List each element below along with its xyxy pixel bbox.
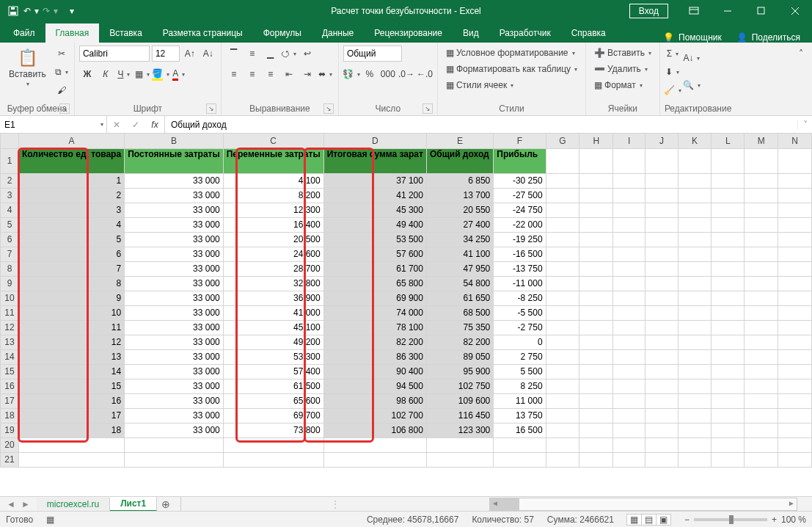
cell[interactable]: 37 100: [323, 173, 426, 188]
tab-Разработчик[interactable]: Разработчик: [489, 23, 561, 43]
ribbon-options-icon[interactable]: [677, 0, 711, 22]
cell[interactable]: [678, 335, 711, 349]
cell[interactable]: [745, 320, 778, 335]
cell[interactable]: [579, 393, 613, 408]
tab-Вид[interactable]: Вид: [453, 23, 489, 43]
cell[interactable]: [645, 217, 679, 232]
cell[interactable]: 75 350: [426, 320, 493, 335]
col-header[interactable]: M: [745, 134, 778, 148]
sort-filter-button[interactable]: A↓▾: [684, 46, 700, 70]
cell[interactable]: 89 050: [426, 349, 493, 364]
cell[interactable]: [579, 291, 613, 305]
cell[interactable]: [745, 393, 778, 408]
cell[interactable]: 82 200: [426, 335, 493, 349]
cell[interactable]: 34 250: [426, 232, 493, 247]
align-bottom-button[interactable]: ▁: [263, 46, 279, 62]
cell[interactable]: [778, 335, 812, 349]
cell[interactable]: 57 400: [223, 364, 323, 379]
wrap-text-button[interactable]: ↩: [299, 46, 315, 62]
cell[interactable]: [579, 335, 613, 349]
cell[interactable]: [678, 247, 711, 261]
comma-button[interactable]: 000: [380, 66, 396, 82]
cell[interactable]: [678, 173, 711, 188]
cell[interactable]: [678, 203, 711, 217]
cell[interactable]: 33 000: [125, 203, 224, 217]
qat-customize-icon[interactable]: ▾: [63, 2, 81, 20]
col-header[interactable]: A: [18, 134, 124, 148]
cell[interactable]: 33 000: [125, 320, 224, 335]
cell[interactable]: 45 300: [323, 203, 426, 217]
cell[interactable]: [613, 173, 645, 188]
dialog-launcher-icon[interactable]: ↘: [59, 103, 70, 114]
cell[interactable]: 61 700: [323, 261, 426, 276]
cell[interactable]: [546, 261, 579, 276]
cell[interactable]: -2 750: [494, 320, 546, 335]
cell[interactable]: [494, 437, 546, 452]
accounting-format-button[interactable]: 💱▾: [343, 66, 359, 82]
format-cells-button[interactable]: ▦Формат▾: [590, 78, 646, 92]
cell[interactable]: [613, 379, 645, 393]
cell[interactable]: 33 000: [125, 379, 224, 393]
cell[interactable]: [645, 408, 679, 423]
enter-formula-icon[interactable]: ✓: [126, 120, 145, 130]
cell[interactable]: [712, 408, 745, 423]
cell[interactable]: [645, 261, 679, 276]
cell[interactable]: [613, 437, 645, 452]
cell[interactable]: 16 400: [223, 217, 323, 232]
cell[interactable]: [579, 364, 613, 379]
cell[interactable]: 32 800: [223, 276, 323, 291]
cell[interactable]: 33 000: [125, 217, 224, 232]
cell[interactable]: 15: [18, 379, 124, 393]
increase-font-button[interactable]: A↑: [182, 46, 198, 62]
cell[interactable]: 47 950: [426, 261, 493, 276]
cell[interactable]: [613, 148, 645, 173]
cell[interactable]: [546, 437, 579, 452]
cell[interactable]: 24 600: [223, 247, 323, 261]
cell[interactable]: [712, 379, 745, 393]
cell[interactable]: [579, 437, 613, 452]
cell[interactable]: [645, 320, 679, 335]
cell[interactable]: [712, 188, 745, 203]
share-button[interactable]: 👤Поделиться: [728, 32, 809, 43]
cell[interactable]: 33 000: [125, 335, 224, 349]
formula-input[interactable]: Общий доход: [165, 120, 797, 130]
new-sheet-button[interactable]: ⊕: [157, 498, 175, 510]
cell[interactable]: [745, 364, 778, 379]
cell[interactable]: 8 200: [223, 188, 323, 203]
maximize-icon[interactable]: [745, 0, 778, 22]
orientation-button[interactable]: ⭯▾: [281, 46, 297, 62]
cell[interactable]: 86 300: [323, 349, 426, 364]
cell[interactable]: [613, 276, 645, 291]
cell[interactable]: [778, 379, 812, 393]
cell[interactable]: [678, 379, 711, 393]
find-select-button[interactable]: 🔍▾: [684, 73, 700, 98]
row-header[interactable]: 13: [1, 335, 19, 349]
cell[interactable]: [546, 349, 579, 364]
cell[interactable]: 12: [18, 335, 124, 349]
cell[interactable]: 33 000: [125, 291, 224, 305]
cell[interactable]: 16 500: [494, 423, 546, 437]
font-name-combo[interactable]: [79, 46, 150, 62]
insert-cells-button[interactable]: ➕Вставить▾: [590, 46, 655, 60]
cell[interactable]: Итоговая сумма зарат: [323, 148, 426, 173]
cell[interactable]: [613, 188, 645, 203]
cell[interactable]: [712, 148, 745, 173]
row-header[interactable]: 3: [1, 188, 19, 203]
macro-record-icon[interactable]: ▦: [46, 515, 54, 525]
delete-cells-button[interactable]: ➖Удалить▾: [590, 62, 651, 76]
col-header[interactable]: J: [645, 134, 679, 148]
cell[interactable]: 33 000: [125, 364, 224, 379]
cell[interactable]: [645, 335, 679, 349]
fill-button[interactable]: ⬇▾: [665, 64, 681, 80]
cell[interactable]: [678, 217, 711, 232]
cut-button[interactable]: ✂: [54, 46, 70, 62]
cell[interactable]: [546, 217, 579, 232]
name-box[interactable]: ▾: [0, 116, 107, 133]
cell[interactable]: [745, 335, 778, 349]
cell[interactable]: 33 000: [125, 305, 224, 320]
tab-Вставка[interactable]: Вставка: [99, 23, 153, 43]
cell[interactable]: 69 700: [223, 408, 323, 423]
cell[interactable]: [678, 305, 711, 320]
cell[interactable]: [613, 320, 645, 335]
cell[interactable]: 33 000: [125, 232, 224, 247]
